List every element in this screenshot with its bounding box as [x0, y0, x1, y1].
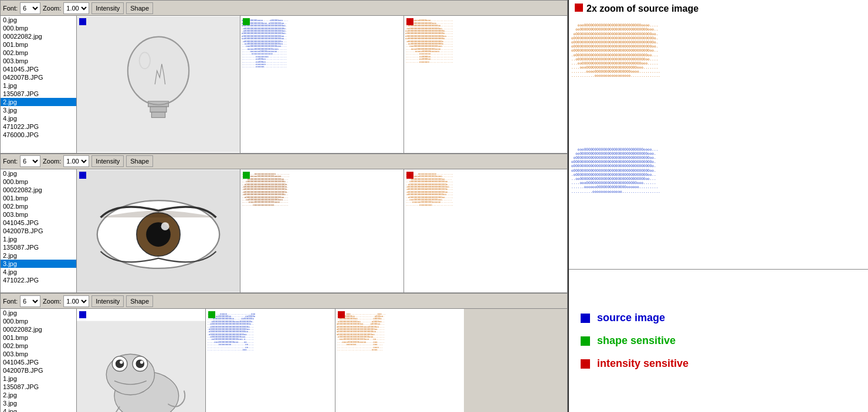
file-item[interactable]: 000.bmp — [1, 24, 76, 32]
file-item[interactable]: 00022082.jpg — [1, 32, 76, 40]
font-label-3: Font: — [3, 298, 18, 305]
shape-btn-3[interactable]: Shape — [126, 295, 153, 307]
file-item[interactable]: 003.bmp — [1, 57, 76, 65]
zoom-select-3[interactable]: 1.000.502.00 — [63, 295, 89, 307]
source-square — [581, 314, 590, 323]
toolbar-2: Font: 681012 Zoom: 1.000.502.00 Intensit… — [1, 154, 567, 169]
file-item[interactable]: 001.bmp — [1, 333, 76, 342]
font-select-2[interactable]: 681012 — [20, 155, 40, 167]
file-item[interactable]: 000.bmp — [1, 317, 76, 325]
lightbulb-image — [77, 16, 240, 153]
content-area-1: 0.jpg 000.bmp 00022082.jpg 001.bmp 002.b… — [1, 16, 567, 153]
file-item-selected[interactable]: 2.jpg — [1, 98, 76, 106]
window-row-1: Font: 681012 Zoom: 1.000.502.00 Intensit… — [0, 0, 568, 154]
file-item[interactable]: 002.bmp — [1, 202, 76, 210]
image-panels-1: ooooooOOOOOoooo.....oOOOOOooo.... oooOOO… — [77, 16, 567, 153]
source-panel-2 — [77, 169, 240, 293]
svg-point-20 — [140, 360, 143, 363]
file-item[interactable]: 1.jpg — [1, 374, 76, 383]
intensity-ascii-3: .......ooo...................ooo... ....… — [335, 309, 464, 412]
file-item[interactable]: 476000.JPG — [1, 131, 76, 139]
eye-image — [77, 169, 240, 293]
file-item[interactable]: 4.jpg — [1, 114, 76, 122]
zoom-title: 2x zoom of source image — [586, 4, 862, 14]
file-item[interactable]: 2.jpg — [1, 391, 76, 399]
file-item[interactable]: 2.jpg — [1, 251, 76, 260]
file-item[interactable]: 135087.JPG — [1, 243, 76, 251]
intensity-indicator-1 — [406, 18, 413, 25]
file-item[interactable]: 003.bmp — [1, 350, 76, 358]
zoom-label-2: Zoom: — [43, 158, 61, 165]
file-item[interactable]: 001.bmp — [1, 40, 76, 49]
content-area-3: 0.jpg 000.bmp 00022082.jpg 001.bmp 002.b… — [1, 309, 567, 412]
intensity-btn-3[interactable]: Intensity — [91, 295, 124, 307]
font-select-3[interactable]: 681012 — [20, 295, 40, 307]
window-row-3: Font: 681012 Zoom: 1.000.502.00 Intensit… — [0, 293, 568, 412]
file-item[interactable]: 001.bmp — [1, 194, 76, 202]
file-item[interactable]: 000.bmp — [1, 178, 76, 186]
file-item[interactable]: 1.jpg — [1, 81, 76, 90]
shape-panel-2: .........ooooooooooooooo.......... .....… — [240, 169, 404, 293]
shape-indicator-1 — [243, 18, 250, 25]
right-panel: 2x zoom of source image oooOOOOOOOOOOOOO… — [569, 0, 868, 412]
source-panel-1 — [77, 16, 240, 153]
shape-ascii-2: .........ooooooooooooooo.......... .....… — [240, 169, 404, 293]
file-item[interactable]: 00022082.jpg — [1, 186, 76, 194]
file-item[interactable]: 3.jpg — [1, 106, 76, 114]
file-item[interactable]: 4.jpg — [1, 268, 76, 276]
file-item-selected-2[interactable]: 3.jpg — [1, 260, 76, 268]
file-item[interactable]: 3.jpg — [1, 399, 76, 407]
intensity-panel-3: .......ooo...................ooo... ....… — [335, 309, 464, 412]
file-item[interactable]: 0.jpg — [1, 16, 76, 24]
file-item[interactable]: 042007B.JPG — [1, 227, 76, 235]
file-item[interactable]: 041045.JPG — [1, 65, 76, 73]
source-panel-3 — [77, 309, 205, 412]
shape-square — [581, 336, 590, 346]
svg-point-18 — [136, 360, 145, 369]
svg-point-19 — [120, 360, 123, 363]
intensity-btn-1[interactable]: Intensity — [91, 2, 124, 14]
zoom-select-2[interactable]: 1.000.502.00 — [63, 155, 89, 167]
file-list-2[interactable]: 0.jpg 000.bmp 00022082.jpg 001.bmp 002.b… — [1, 169, 77, 293]
intensity-panel-1: ....oooooo00000ooo................ ...oo… — [404, 16, 567, 153]
content-area-2: 0.jpg 000.bmp 00022082.jpg 001.bmp 002.b… — [1, 169, 567, 293]
zoom-ascii-top: oooOOOOOOOOOOOOOOOOOOOOOOOOOOOoooo.... o… — [571, 19, 866, 143]
source-indicator-2 — [79, 172, 86, 179]
file-item[interactable]: 00022082.jpg — [1, 325, 76, 333]
file-item[interactable]: 003.bmp — [1, 210, 76, 219]
file-item[interactable]: 1.jpg — [1, 235, 76, 243]
shape-ascii-1: ooooooOOOOOoooo.....oOOOOOooo.... oooOOO… — [240, 16, 404, 153]
shape-panel-3: .........ooooo.................ooo .....… — [206, 309, 334, 412]
file-item[interactable]: 135087.JPG — [1, 383, 76, 391]
file-item[interactable]: 042007B.JPG — [1, 73, 76, 81]
shape-ascii-3: .........ooooo.................ooo .....… — [206, 309, 334, 412]
shape-btn-2[interactable]: Shape — [126, 155, 153, 167]
zoom-select-1[interactable]: 1.000.502.00 — [63, 2, 89, 14]
svg-rect-4 — [151, 112, 165, 117]
intensity-btn-2[interactable]: Intensity — [91, 155, 124, 167]
intensity-indicator-2 — [406, 172, 413, 179]
intensity-ascii-2: .........ooooooooooooo............ .....… — [404, 169, 567, 293]
font-select-1[interactable]: 681012 — [20, 2, 40, 14]
file-item[interactable]: 042007B.JPG — [1, 366, 76, 374]
file-item[interactable]: 002.bmp — [1, 342, 76, 350]
file-item[interactable]: 0.jpg — [1, 169, 76, 178]
source-legend-text: source image — [597, 312, 665, 324]
file-item[interactable]: 041045.JPG — [1, 358, 76, 366]
shape-btn-1[interactable]: Shape — [126, 2, 153, 14]
intensity-indicator-3 — [338, 311, 345, 318]
file-item[interactable]: 135087.JPG — [1, 90, 76, 98]
file-item[interactable]: 0.jpg — [1, 309, 76, 317]
image-panels-2: .........ooooooooooooooo.......... .....… — [77, 169, 567, 293]
file-item[interactable]: 041045.JPG — [1, 219, 76, 227]
font-label-2: Font: — [3, 158, 18, 165]
file-item[interactable]: 002.bmp — [1, 49, 76, 57]
intensity-legend-text: intensity sensitive — [597, 357, 689, 370]
file-item[interactable]: 471022.JPG — [1, 122, 76, 131]
file-list-3[interactable]: 0.jpg 000.bmp 00022082.jpg 001.bmp 002.b… — [1, 309, 77, 412]
file-item[interactable]: 471022.JPG — [1, 276, 76, 284]
file-item[interactable]: 4.jpg — [1, 407, 76, 412]
file-list-1[interactable]: 0.jpg 000.bmp 00022082.jpg 001.bmp 002.b… — [1, 16, 77, 153]
zoom-ascii-bottom: oooOOOOOOOOOOOOOOOOOOOOOOOOOOOOoooo... o… — [571, 143, 866, 267]
intensity-panel-2: .........ooooooooooooo............ .....… — [404, 169, 567, 293]
